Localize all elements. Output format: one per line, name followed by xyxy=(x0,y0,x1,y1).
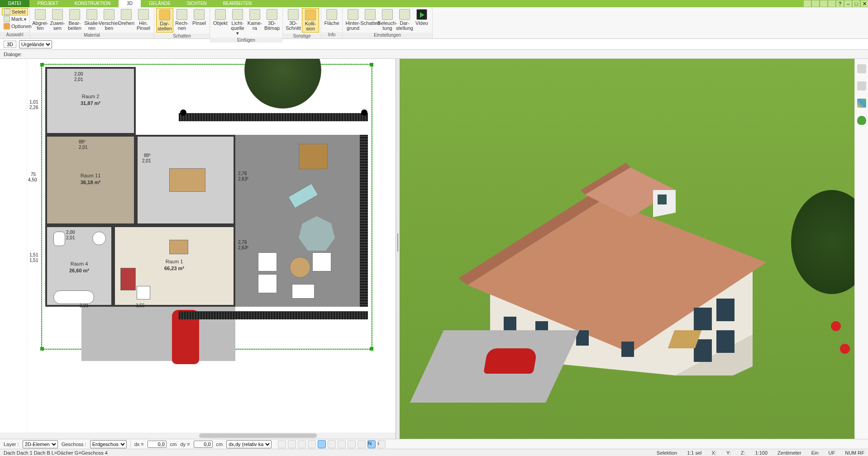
marker-icon xyxy=(831,321,841,331)
hedge-top xyxy=(179,113,368,121)
dim-value: 2,01 xyxy=(66,235,75,240)
layer-select[interactable]: 2D-Elemen xyxy=(23,440,58,448)
pane-2d-plan[interactable]: 1,01 2,26 75 4,50 1,51 1,51 Raum 2 31,87… xyxy=(0,59,396,439)
palette-icon[interactable] xyxy=(857,99,866,108)
layer-label: Layer : xyxy=(4,442,19,447)
options-button[interactable]: Optionen xyxy=(2,23,33,30)
tab-sichten[interactable]: SICHTEN xyxy=(179,0,215,7)
select-button[interactable]: Selekt xyxy=(2,8,28,15)
insert-bitmap-button[interactable]: 3D-Bitmap xyxy=(263,8,281,32)
snap-info-icon[interactable]: i xyxy=(377,440,386,448)
area-icon xyxy=(326,9,337,20)
ribbon-panel-info: Fläche Info xyxy=(321,7,343,38)
material-assign-button[interactable]: Zuwei-sen xyxy=(49,8,66,32)
shadow-brush-button[interactable]: Pinsel xyxy=(191,8,208,27)
insert-camera-button[interactable]: Kame-ra xyxy=(246,8,263,32)
snap-clock-icon[interactable] xyxy=(278,440,286,448)
furniture-table xyxy=(169,168,205,192)
dim-value: 2,00 xyxy=(66,230,75,235)
status-left: Dach Dach 1 Dach B L=Dächer G=Geschoss 4 xyxy=(4,450,108,456)
snap-3-icon[interactable] xyxy=(298,440,306,448)
room-4[interactable]: Raum 4 26,60 m² 2,00 2,01 xyxy=(45,225,113,307)
snap-7-icon[interactable] xyxy=(338,440,346,448)
lighting-button[interactable]: Beleuch-tung xyxy=(379,8,396,32)
maximize-button[interactable]: □ xyxy=(853,0,860,7)
snap-grid-icon[interactable] xyxy=(358,440,366,448)
titlebar-icon-1[interactable] xyxy=(804,0,811,7)
svg-rect-13 xyxy=(716,299,734,321)
light-icon xyxy=(232,9,243,20)
titlebar-icon-2[interactable] xyxy=(812,0,819,7)
furniture-round-table xyxy=(290,257,310,278)
snap-8-icon[interactable] xyxy=(348,440,356,448)
scrollbar-h[interactable] xyxy=(0,432,396,439)
svg-rect-8 xyxy=(504,317,516,332)
dim-value: 2,76 xyxy=(238,171,247,176)
scrollbar-thumb[interactable] xyxy=(199,433,317,438)
room-11[interactable]: Raum 11 36,18 m² 88⁵ 2,01 xyxy=(45,135,136,225)
room-area: 36,18 m² xyxy=(47,180,134,185)
room-1[interactable]: Raum 1 66,23 m² xyxy=(113,225,235,307)
terrace[interactable]: 2,76 2,63⁵ 2,76 2,63⁵ xyxy=(235,135,367,307)
terrain-select[interactable]: Urgelände xyxy=(19,40,52,48)
dx-input[interactable] xyxy=(148,441,167,448)
cm-label: cm xyxy=(170,442,177,447)
rotate-icon xyxy=(121,9,132,20)
bitmap-icon xyxy=(267,9,277,20)
tab-bearbeiten[interactable]: BEARBEITEN xyxy=(215,0,260,7)
svg-rect-7 xyxy=(658,195,667,204)
coord-mode-select[interactable]: dx,dy (relativ ka xyxy=(226,440,272,448)
room-2[interactable]: Raum 2 31,87 m² 2,00 2,01 xyxy=(45,67,136,135)
material-scale-button[interactable]: Skalie-ren xyxy=(83,8,100,32)
material-edit-button[interactable]: Bear-beiten xyxy=(66,8,83,32)
view-mode-3d[interactable]: 3D xyxy=(4,41,16,48)
snap-screen-icon[interactable] xyxy=(288,440,296,448)
tab-3d[interactable]: 3D xyxy=(119,0,141,7)
shadow-settings-button[interactable]: Schatten xyxy=(362,8,379,27)
background-button[interactable]: Hinter-grund xyxy=(344,8,362,32)
chair-icon[interactable] xyxy=(857,81,866,90)
toilet-icon xyxy=(53,232,65,246)
geschoss-select[interactable]: Erdgeschos xyxy=(90,440,127,448)
snap-6-icon[interactable] xyxy=(328,440,336,448)
room-3[interactable]: Raum 3 45,42 m² 88⁵ 2,01 xyxy=(136,135,235,225)
dx-label: dx = xyxy=(134,442,144,447)
snap-4-icon[interactable] xyxy=(308,440,316,448)
close-button[interactable]: ✕ xyxy=(861,0,868,7)
snap-n-icon[interactable]: N xyxy=(367,440,376,448)
video-button[interactable]: Video xyxy=(413,8,430,27)
help-icon[interactable]: ? xyxy=(836,0,844,7)
tab-datei[interactable]: DATEI xyxy=(0,0,29,7)
titlebar-icon-3[interactable] xyxy=(820,0,827,7)
material-pick-button[interactable]: Abgrei-fen xyxy=(32,8,49,32)
minimize-button[interactable]: – xyxy=(844,0,852,7)
tab-gelaende[interactable]: GELÄNDE xyxy=(141,0,179,7)
furniture-table xyxy=(137,286,150,299)
display-button[interactable]: Dar-stellung xyxy=(396,8,413,32)
layers-icon[interactable] xyxy=(857,64,866,73)
material-move-button[interactable]: Verschie-ben xyxy=(100,8,118,32)
mark-button[interactable]: Mark. ▾ xyxy=(2,15,28,23)
dim-value: 2,01 xyxy=(74,77,83,82)
panel-label-einfuegen: Einfügen xyxy=(210,38,282,43)
pane-3d-view[interactable] xyxy=(400,59,854,439)
shadow-calc-button[interactable]: Rech-nen xyxy=(173,8,191,32)
dialog-label: Dialoge: xyxy=(4,52,22,57)
furniture-sofa xyxy=(120,268,136,290)
tab-konstruktion[interactable]: KONSTRUKTION xyxy=(67,0,119,7)
dy-input[interactable] xyxy=(194,441,213,448)
material-brush-button[interactable]: Hin.Pinsel xyxy=(135,8,152,32)
shadow-show-button[interactable]: Dar-stellen xyxy=(156,8,173,33)
tree-icon[interactable] xyxy=(857,116,866,125)
tab-projekt[interactable]: PROJEKT xyxy=(29,0,67,7)
pane-splitter[interactable] xyxy=(396,59,400,439)
move-icon xyxy=(104,9,114,20)
insert-object-button[interactable]: Objekt xyxy=(212,8,229,27)
insert-light-button[interactable]: Licht-quelle ▾ xyxy=(229,8,246,37)
snap-5-icon[interactable] xyxy=(318,440,326,448)
collision-button[interactable]: Kolli-sion xyxy=(302,8,319,33)
section-button[interactable]: 3D-Schnitt xyxy=(285,8,302,32)
area-button[interactable]: Fläche xyxy=(323,8,340,27)
titlebar-icon-4[interactable] xyxy=(828,0,835,7)
material-rotate-button[interactable]: Drehen xyxy=(118,8,135,27)
